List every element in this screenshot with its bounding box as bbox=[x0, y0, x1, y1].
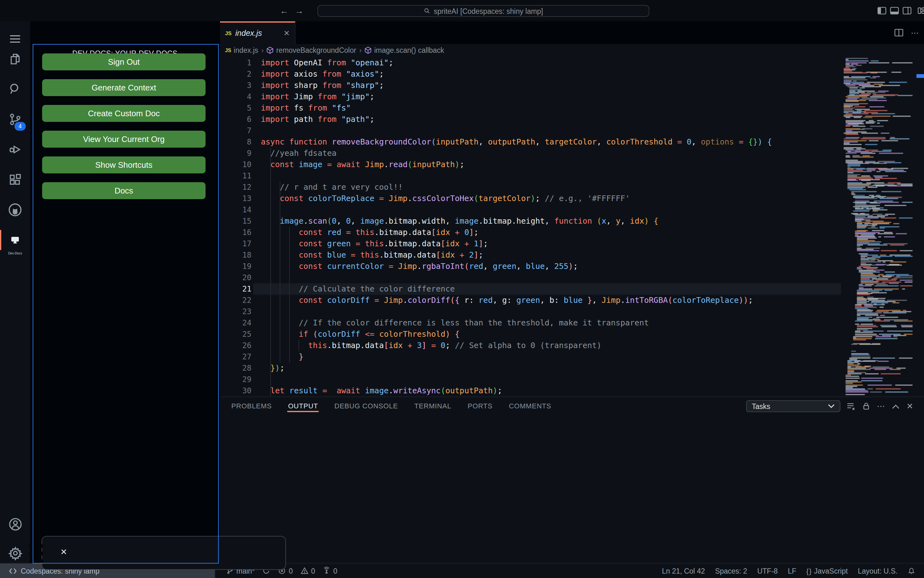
more-actions-icon[interactable]: ⋯ bbox=[911, 28, 919, 37]
code-line: 15 image.scan(0, 0, image.bitmap.width, … bbox=[220, 216, 924, 227]
radio-tower-icon bbox=[322, 567, 331, 575]
source-control-badge: 4 bbox=[15, 122, 26, 131]
vscode-window: ← → spriteAI [Codespaces: shiny lamp] bbox=[0, 0, 924, 578]
sidebar-button-sign-out[interactable]: Sign Out bbox=[42, 54, 205, 70]
split-editor-icon[interactable] bbox=[895, 29, 903, 36]
braces-icon: { } bbox=[806, 567, 812, 575]
breadcrumb-item[interactable]: JSindex.js bbox=[225, 47, 258, 54]
sidebar-button-show-shortcuts[interactable]: Show Shortcuts bbox=[42, 156, 205, 174]
line-number: 22 bbox=[220, 295, 251, 306]
back-icon[interactable]: ← bbox=[278, 5, 290, 16]
javascript-file-icon: JS bbox=[225, 47, 231, 53]
panel-tab-debug-console[interactable]: DEBUG CONSOLE bbox=[334, 398, 399, 413]
active-indicator bbox=[0, 230, 1, 250]
github-icon[interactable] bbox=[0, 197, 30, 222]
javascript-file-icon: JS bbox=[225, 30, 232, 36]
sidebar-button-docs[interactable]: Docs bbox=[42, 182, 205, 199]
code-line: 24 // If the color difference is less th… bbox=[220, 317, 924, 329]
code-line: 5import fs from "fs" bbox=[220, 102, 924, 114]
sidebar-button-view-your-current-org[interactable]: View Your Current Org bbox=[42, 131, 205, 148]
toggle-sidebar-icon[interactable] bbox=[877, 7, 886, 15]
status-item-label: Ln 21, Col 42 bbox=[662, 567, 705, 575]
settings-gear-icon[interactable] bbox=[0, 540, 30, 565]
tab-index-js[interactable]: JS index.js ✕ bbox=[220, 21, 295, 44]
toggle-secondary-sidebar-icon[interactable] bbox=[903, 7, 911, 15]
status-item-label: 0 bbox=[289, 567, 293, 575]
breadcrumb-label: removeBackgroundColor bbox=[276, 47, 356, 54]
status-item-utf-8[interactable]: UTF-8 bbox=[753, 563, 781, 578]
extensions-icon[interactable] bbox=[0, 167, 30, 192]
line-number: 11 bbox=[220, 170, 251, 182]
line-number: 26 bbox=[220, 340, 251, 351]
status-item-warning-triangle[interactable]: 0 bbox=[297, 563, 319, 578]
dot bbox=[39, 559, 43, 563]
panel-tab-problems[interactable]: PROBLEMS bbox=[231, 398, 272, 413]
code-line: 19 const currentColor = Jimp.rgbaToInt(r… bbox=[220, 261, 924, 272]
dev-docs-extension-icon[interactable]: Dev-Docs bbox=[0, 227, 30, 253]
command-center-search[interactable]: spriteAI [Codespaces: shiny lamp] bbox=[317, 5, 649, 17]
output-channel-value: Tasks bbox=[752, 403, 770, 410]
symbol-icon bbox=[365, 47, 372, 54]
customize-layout-icon[interactable] bbox=[918, 7, 924, 15]
status-item-lf[interactable]: LF bbox=[784, 563, 800, 578]
run-debug-icon[interactable] bbox=[0, 137, 30, 162]
line-number: 9 bbox=[220, 148, 251, 159]
title-bar: ← → spriteAI [Codespaces: shiny lamp] bbox=[0, 0, 924, 22]
explorer-icon[interactable] bbox=[0, 47, 30, 71]
line-number: 5 bbox=[220, 102, 251, 114]
panel-tab-terminal[interactable]: TERMINAL bbox=[413, 398, 452, 413]
line-number: 20 bbox=[220, 272, 251, 283]
bell-icon bbox=[908, 567, 915, 575]
breadcrumb-item[interactable]: image.scan() callback bbox=[365, 47, 444, 54]
dot bbox=[29, 544, 33, 548]
line-number: 13 bbox=[220, 193, 251, 204]
maximize-panel-icon[interactable] bbox=[892, 404, 900, 409]
status-item-javascript[interactable]: { }JavaScript bbox=[802, 563, 851, 578]
chevron-down-icon bbox=[828, 404, 835, 408]
line-number: 12 bbox=[220, 182, 251, 193]
panel-more-icon[interactable]: ⋯ bbox=[877, 401, 885, 411]
breadcrumb-item[interactable]: removeBackgroundColor bbox=[267, 47, 356, 54]
tab-label: index.js bbox=[236, 29, 280, 38]
code-line: 2import axios from "axios"; bbox=[220, 68, 924, 80]
minimap[interactable] bbox=[842, 57, 916, 396]
line-number: 6 bbox=[220, 114, 251, 125]
close-icon[interactable]: ✕ bbox=[60, 547, 67, 557]
panel-tab-comments[interactable]: COMMENTS bbox=[508, 398, 552, 413]
status-item-spaces-2[interactable]: Spaces: 2 bbox=[711, 563, 751, 578]
line-number: 17 bbox=[220, 238, 251, 249]
output-channel-select[interactable]: Tasks bbox=[746, 400, 840, 412]
sidebar-button-generate-context[interactable]: Generate Context bbox=[42, 79, 205, 96]
line-number: 23 bbox=[220, 306, 251, 317]
line-number: 30 bbox=[220, 385, 251, 396]
code-line: 29 bbox=[220, 374, 924, 385]
code-line: 26 this.bitmap.data[idx + 3] = 0; // Set… bbox=[220, 340, 924, 351]
code-line: 1import OpenAI from "openai"; bbox=[220, 57, 924, 68]
panel-tab-ports[interactable]: PORTS bbox=[467, 398, 493, 413]
lock-icon[interactable] bbox=[862, 402, 870, 410]
line-number: 18 bbox=[220, 249, 251, 261]
sidebar-button-create-custom-doc[interactable]: Create Custom Doc bbox=[42, 105, 205, 122]
status-item-bell[interactable] bbox=[904, 563, 919, 578]
clear-output-icon[interactable] bbox=[847, 402, 856, 410]
search-placeholder: spriteAI [Codespaces: shiny lamp] bbox=[434, 7, 543, 15]
close-panel-icon[interactable]: ✕ bbox=[906, 401, 913, 411]
editor-tab-bar: JS index.js ✕ ⋯ bbox=[220, 21, 924, 44]
code-line: 8async function removeBackgroundColor(in… bbox=[220, 136, 924, 148]
source-control-icon[interactable]: 4 bbox=[0, 107, 30, 132]
search-sidebar-icon[interactable] bbox=[0, 77, 30, 102]
code-line: 25 if (colorDiff <= colorThreshold) { bbox=[220, 329, 924, 340]
status-item-label: 0 bbox=[311, 567, 315, 575]
status-item-layout-u-s-[interactable]: Layout: U.S. bbox=[854, 563, 901, 578]
toggle-panel-icon[interactable] bbox=[890, 7, 899, 15]
accounts-icon[interactable] bbox=[0, 511, 30, 537]
tab-close-icon[interactable]: ✕ bbox=[283, 29, 290, 38]
forward-icon[interactable]: → bbox=[294, 5, 305, 16]
panel-tab-output[interactable]: OUTPUT bbox=[288, 398, 319, 413]
dev-docs-label: Dev-Docs bbox=[0, 251, 30, 255]
code-editor[interactable]: 1import OpenAI from "openai";2import axi… bbox=[220, 55, 924, 398]
status-item-ln-21-col-42[interactable]: Ln 21, Col 42 bbox=[658, 563, 709, 578]
dot bbox=[39, 544, 43, 548]
breadcrumb-separator-icon: › bbox=[261, 47, 264, 54]
status-item-radio-tower[interactable]: 0 bbox=[319, 563, 341, 578]
